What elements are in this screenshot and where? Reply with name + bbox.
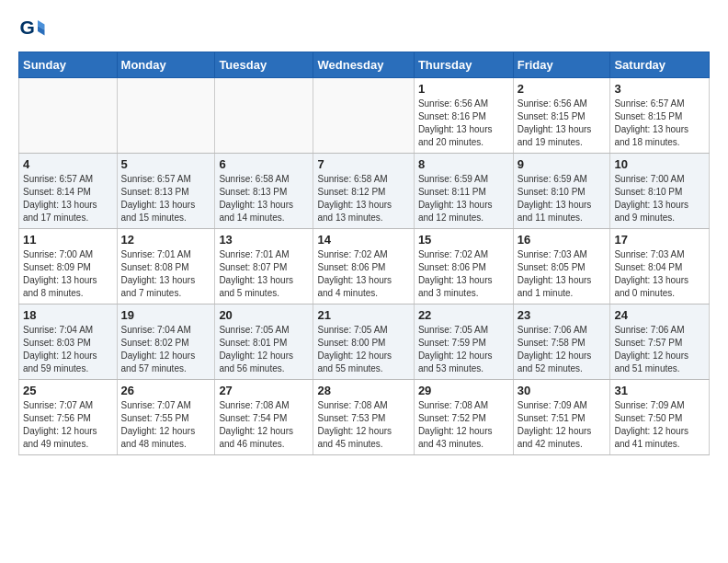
day-info: Sunrise: 7:02 AM Sunset: 8:06 PM Dayligh… [317,248,409,300]
calendar-cell: 25Sunrise: 7:07 AM Sunset: 7:56 PM Dayli… [19,380,118,455]
day-number: 28 [317,384,409,397]
day-info: Sunrise: 7:07 AM Sunset: 7:55 PM Dayligh… [121,399,211,451]
day-number: 11 [23,233,113,247]
day-info: Sunrise: 6:59 AM Sunset: 8:11 PM Dayligh… [418,173,509,224]
day-number: 15 [418,233,509,247]
calendar-cell: 26Sunrise: 7:07 AM Sunset: 7:55 PM Dayli… [117,380,215,455]
calendar-cell [313,78,414,154]
day-number: 3 [614,82,705,96]
day-info: Sunrise: 7:08 AM Sunset: 7:52 PM Dayligh… [418,399,509,451]
calendar-cell: 3Sunrise: 6:57 AM Sunset: 8:15 PM Daylig… [610,78,710,154]
day-number: 18 [23,308,113,322]
logo-icon: G [18,15,46,42]
calendar-cell: 10Sunrise: 7:00 AM Sunset: 8:10 PM Dayli… [610,154,710,229]
calendar-cell: 5Sunrise: 6:57 AM Sunset: 8:13 PM Daylig… [117,154,215,229]
calendar-cell: 18Sunrise: 7:04 AM Sunset: 8:03 PM Dayli… [19,304,118,380]
calendar-week-3: 11Sunrise: 7:00 AM Sunset: 8:09 PM Dayli… [19,229,710,304]
calendar-cell: 22Sunrise: 7:05 AM Sunset: 7:59 PM Dayli… [414,304,513,380]
day-info: Sunrise: 7:05 AM Sunset: 8:00 PM Dayligh… [317,324,409,375]
day-info: Sunrise: 7:07 AM Sunset: 7:56 PM Dayligh… [23,399,113,451]
calendar-header-row: SundayMondayTuesdayWednesdayThursdayFrid… [19,52,710,78]
calendar-cell: 30Sunrise: 7:09 AM Sunset: 7:51 PM Dayli… [513,380,610,455]
day-number: 29 [418,384,509,397]
day-info: Sunrise: 7:01 AM Sunset: 8:07 PM Dayligh… [219,248,309,300]
calendar-cell: 13Sunrise: 7:01 AM Sunset: 8:07 PM Dayli… [215,229,313,304]
day-info: Sunrise: 7:09 AM Sunset: 7:51 PM Dayligh… [518,399,607,451]
calendar-week-5: 25Sunrise: 7:07 AM Sunset: 7:56 PM Dayli… [19,380,710,455]
calendar-cell [117,78,215,154]
calendar-cell: 2Sunrise: 6:56 AM Sunset: 8:15 PM Daylig… [513,78,610,154]
calendar-cell: 4Sunrise: 6:57 AM Sunset: 8:14 PM Daylig… [19,154,118,229]
calendar-cell: 16Sunrise: 7:03 AM Sunset: 8:05 PM Dayli… [513,229,610,304]
day-number: 30 [518,384,607,397]
day-number: 13 [219,233,309,247]
day-number: 21 [317,308,409,322]
calendar-cell: 14Sunrise: 7:02 AM Sunset: 8:06 PM Dayli… [313,229,414,304]
day-number: 24 [614,308,705,322]
logo: G [18,15,50,42]
day-info: Sunrise: 7:05 AM Sunset: 8:01 PM Dayligh… [219,324,309,375]
day-number: 31 [614,384,705,397]
calendar-week-2: 4Sunrise: 6:57 AM Sunset: 8:14 PM Daylig… [19,154,710,229]
calendar-cell: 20Sunrise: 7:05 AM Sunset: 8:01 PM Dayli… [215,304,313,380]
day-info: Sunrise: 7:01 AM Sunset: 8:08 PM Dayligh… [121,248,211,300]
day-info: Sunrise: 7:05 AM Sunset: 7:59 PM Dayligh… [418,324,509,375]
calendar-cell: 17Sunrise: 7:03 AM Sunset: 8:04 PM Dayli… [610,229,710,304]
day-number: 5 [121,157,211,171]
day-info: Sunrise: 7:04 AM Sunset: 8:03 PM Dayligh… [23,324,113,375]
day-number: 1 [418,82,509,96]
day-info: Sunrise: 6:58 AM Sunset: 8:12 PM Dayligh… [317,173,409,224]
day-info: Sunrise: 7:08 AM Sunset: 7:53 PM Dayligh… [317,399,409,451]
day-number: 16 [518,233,607,247]
calendar-table: SundayMondayTuesdayWednesdayThursdayFrid… [18,52,710,455]
calendar-cell: 1Sunrise: 6:56 AM Sunset: 8:16 PM Daylig… [414,78,513,154]
header-monday: Monday [117,52,215,78]
day-number: 7 [317,157,409,171]
day-info: Sunrise: 6:57 AM Sunset: 8:15 PM Dayligh… [614,98,705,149]
calendar-cell: 12Sunrise: 7:01 AM Sunset: 8:08 PM Dayli… [117,229,215,304]
calendar-cell: 28Sunrise: 7:08 AM Sunset: 7:53 PM Dayli… [313,380,414,455]
day-info: Sunrise: 7:09 AM Sunset: 7:50 PM Dayligh… [614,399,705,451]
day-number: 4 [23,157,113,171]
day-number: 23 [518,308,607,322]
day-number: 9 [518,157,607,171]
day-info: Sunrise: 7:04 AM Sunset: 8:02 PM Dayligh… [121,324,211,375]
day-number: 12 [121,233,211,247]
day-number: 27 [219,384,309,397]
header-thursday: Thursday [414,52,513,78]
header-saturday: Saturday [610,52,710,78]
header-friday: Friday [513,52,610,78]
calendar-week-4: 18Sunrise: 7:04 AM Sunset: 8:03 PM Dayli… [19,304,710,380]
svg-text:G: G [20,17,35,38]
calendar-cell: 11Sunrise: 7:00 AM Sunset: 8:09 PM Dayli… [19,229,118,304]
calendar-cell [19,78,118,154]
day-number: 6 [219,157,309,171]
day-info: Sunrise: 7:06 AM Sunset: 7:58 PM Dayligh… [518,324,607,375]
day-info: Sunrise: 7:03 AM Sunset: 8:05 PM Dayligh… [518,248,607,300]
header-tuesday: Tuesday [215,52,313,78]
day-number: 10 [614,157,705,171]
day-info: Sunrise: 6:56 AM Sunset: 8:16 PM Dayligh… [418,98,509,149]
calendar-cell: 7Sunrise: 6:58 AM Sunset: 8:12 PM Daylig… [313,154,414,229]
day-info: Sunrise: 6:56 AM Sunset: 8:15 PM Dayligh… [518,98,607,149]
day-info: Sunrise: 6:59 AM Sunset: 8:10 PM Dayligh… [518,173,607,224]
day-number: 26 [121,384,211,397]
calendar-cell: 23Sunrise: 7:06 AM Sunset: 7:58 PM Dayli… [513,304,610,380]
calendar-cell: 21Sunrise: 7:05 AM Sunset: 8:00 PM Dayli… [313,304,414,380]
day-info: Sunrise: 7:00 AM Sunset: 8:10 PM Dayligh… [614,173,705,224]
day-info: Sunrise: 7:00 AM Sunset: 8:09 PM Dayligh… [23,248,113,300]
page-header: G [18,15,710,42]
header-sunday: Sunday [19,52,118,78]
calendar-cell: 27Sunrise: 7:08 AM Sunset: 7:54 PM Dayli… [215,380,313,455]
calendar-cell: 8Sunrise: 6:59 AM Sunset: 8:11 PM Daylig… [414,154,513,229]
day-info: Sunrise: 6:57 AM Sunset: 8:13 PM Dayligh… [121,173,211,224]
calendar-cell: 31Sunrise: 7:09 AM Sunset: 7:50 PM Dayli… [610,380,710,455]
day-number: 22 [418,308,509,322]
calendar-week-1: 1Sunrise: 6:56 AM Sunset: 8:16 PM Daylig… [19,78,710,154]
header-wednesday: Wednesday [313,52,414,78]
calendar-cell [215,78,313,154]
day-info: Sunrise: 7:08 AM Sunset: 7:54 PM Dayligh… [219,399,309,451]
day-number: 25 [23,384,113,397]
calendar-cell: 19Sunrise: 7:04 AM Sunset: 8:02 PM Dayli… [117,304,215,380]
calendar-cell: 6Sunrise: 6:58 AM Sunset: 8:13 PM Daylig… [215,154,313,229]
